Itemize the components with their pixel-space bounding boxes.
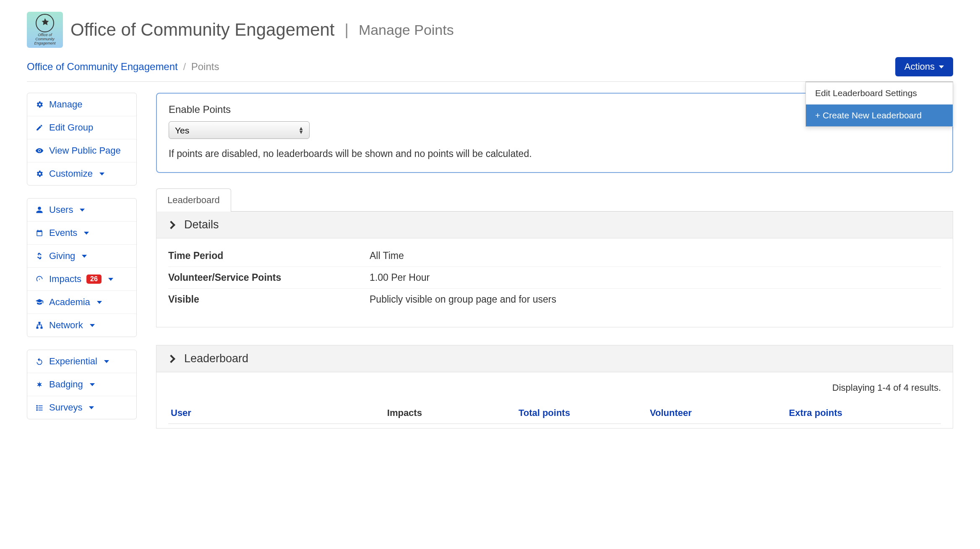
sidebar-item-view-public-page[interactable]: View Public Page	[27, 139, 136, 162]
list-icon	[35, 403, 44, 412]
sidebar-item-label: Events	[49, 227, 77, 238]
sidebar-item-label: View Public Page	[49, 145, 121, 156]
sidebar-item-experiential[interactable]: Experiential	[27, 350, 136, 373]
nav-group-data: Users Events Giving Impacts 26	[27, 198, 137, 337]
sidebar-item-label: Giving	[49, 251, 75, 261]
user-icon	[35, 206, 44, 214]
gauge-icon	[35, 275, 44, 283]
col-total-points[interactable]: Total points	[516, 403, 647, 424]
sidebar-item-label: Academia	[49, 297, 90, 308]
caret-down-icon	[84, 232, 89, 235]
leaderboard-section-header[interactable]: Leaderboard	[156, 345, 953, 372]
sidebar-item-manage[interactable]: Manage	[27, 93, 136, 116]
sidebar-item-badging[interactable]: Badging	[27, 373, 136, 396]
impacts-badge: 26	[86, 274, 102, 284]
asterisk-icon	[35, 381, 44, 388]
sidebar-item-users[interactable]: Users	[27, 199, 136, 222]
sidebar-item-label: Impacts	[49, 274, 81, 285]
page-header: Office of Community Engagement Office of…	[27, 12, 953, 48]
caret-down-icon	[939, 65, 944, 68]
sidebar-item-edit-group[interactable]: Edit Group	[27, 116, 136, 139]
results-count: Displaying 1-4 of 4 results.	[168, 382, 941, 393]
caret-down-icon	[108, 278, 113, 281]
chevron-right-icon	[167, 221, 175, 229]
menu-edit-leaderboard-settings[interactable]: Edit Leaderboard Settings	[806, 82, 953, 105]
caret-down-icon	[89, 406, 94, 409]
sidebar-item-surveys[interactable]: Surveys	[27, 396, 136, 419]
pencil-icon	[35, 124, 44, 131]
detail-key: Volunteer/Service Points	[168, 272, 370, 283]
enable-points-helper: If points are disabled, no leaderboards …	[169, 148, 941, 159]
caret-down-icon	[82, 255, 87, 258]
breadcrumb-root[interactable]: Office of Community Engagement	[27, 61, 178, 72]
svg-rect-0	[39, 322, 40, 324]
leaderboard-section-title: Leaderboard	[184, 352, 248, 365]
details-body: Time Period All Time Volunteer/Service P…	[156, 238, 953, 327]
leaderboard-body: Displaying 1-4 of 4 results. User Impact…	[156, 372, 953, 429]
caret-down-icon	[80, 209, 85, 212]
sidebar-item-label: Badging	[49, 379, 83, 390]
details-section-title: Details	[184, 218, 219, 231]
detail-key: Visible	[168, 294, 370, 305]
breadcrumb-separator: /	[183, 61, 186, 72]
svg-rect-2	[41, 327, 42, 328]
calendar-icon	[35, 229, 44, 237]
chevron-right-icon	[167, 355, 175, 363]
sidebar-item-network[interactable]: Network	[27, 314, 136, 337]
topbar: Office of Community Engagement / Points …	[27, 57, 953, 82]
breadcrumb-current: Points	[191, 61, 219, 72]
caret-down-icon	[90, 324, 95, 327]
dollar-icon	[35, 252, 44, 260]
page-title: Office of Community Engagement	[70, 20, 335, 40]
sidebar-item-customize[interactable]: Customize	[27, 162, 136, 185]
sitemap-icon	[35, 321, 44, 329]
detail-value: All Time	[370, 250, 404, 261]
nav-group-extra: Experiential Badging Surveys	[27, 350, 137, 419]
sidebar-item-impacts[interactable]: Impacts 26	[27, 268, 136, 291]
sidebar-item-academia[interactable]: Academia	[27, 291, 136, 314]
detail-row-visible: Visible Publicly visible on group page a…	[168, 289, 941, 310]
tabs: Leaderboard	[156, 188, 953, 212]
title-divider: |	[345, 21, 349, 39]
main-content: Enable Points Yes ▲▼ If points are disab…	[156, 93, 953, 429]
caret-down-icon	[104, 360, 109, 363]
actions-button[interactable]: Actions	[895, 57, 953, 76]
gears-icon	[35, 170, 44, 178]
col-extra-points[interactable]: Extra points	[787, 403, 941, 424]
sidebar: Manage Edit Group View Public Page Custo…	[27, 93, 137, 432]
caret-down-icon	[99, 173, 104, 175]
detail-row-time-period: Time Period All Time	[168, 245, 941, 267]
sidebar-item-events[interactable]: Events	[27, 222, 136, 245]
menu-create-new-leaderboard[interactable]: + Create New Leaderboard	[806, 105, 953, 126]
detail-key: Time Period	[168, 250, 370, 261]
sidebar-item-giving[interactable]: Giving	[27, 245, 136, 268]
caret-down-icon	[90, 383, 95, 386]
col-volunteer[interactable]: Volunteer	[647, 403, 787, 424]
gears-icon	[35, 100, 44, 109]
graduation-cap-icon	[35, 298, 44, 306]
actions-button-label: Actions	[904, 61, 935, 72]
breadcrumb: Office of Community Engagement / Points	[27, 61, 219, 73]
sidebar-item-label: Experiential	[49, 356, 97, 367]
nav-group-manage: Manage Edit Group View Public Page Custo…	[27, 93, 137, 186]
page-subtitle: Manage Points	[359, 22, 454, 38]
actions-dropdown: Edit Leaderboard Settings + Create New L…	[805, 81, 953, 127]
details-section-header[interactable]: Details	[156, 212, 953, 238]
sidebar-item-label: Network	[49, 320, 83, 331]
tab-leaderboard[interactable]: Leaderboard	[156, 188, 231, 212]
eye-icon	[35, 146, 44, 155]
refresh-icon	[35, 357, 44, 366]
col-impacts: Impacts	[385, 403, 516, 424]
sidebar-item-label: Users	[49, 204, 73, 215]
sidebar-item-label: Manage	[49, 99, 83, 110]
org-logo: Office of Community Engagement	[27, 12, 63, 48]
detail-row-volunteer-points: Volunteer/Service Points 1.00 Per Hour	[168, 267, 941, 289]
detail-value: Publicly visible on group page and for u…	[370, 294, 556, 305]
detail-value: 1.00 Per Hour	[370, 272, 430, 283]
svg-rect-1	[36, 327, 38, 328]
caret-down-icon	[97, 301, 102, 304]
col-user[interactable]: User	[168, 403, 385, 424]
enable-points-select[interactable]: Yes	[169, 121, 310, 139]
sidebar-item-label: Surveys	[49, 402, 82, 413]
leaderboard-table: User Impacts Total points Volunteer Extr…	[168, 403, 941, 424]
